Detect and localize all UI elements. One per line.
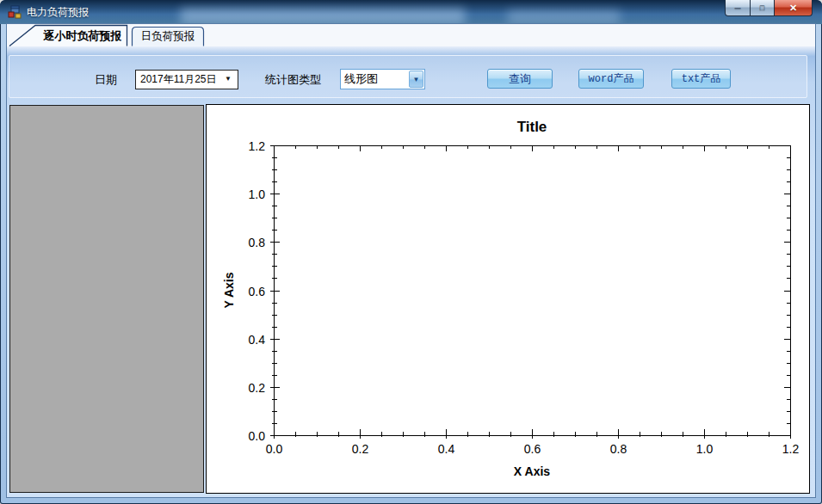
minimize-icon: ─ xyxy=(734,3,740,13)
tab-daily-forecast-label: 日负荷预报 xyxy=(141,30,195,42)
close-icon: ✕ xyxy=(789,3,797,14)
date-label: 日期 xyxy=(95,70,117,89)
svg-text:1.2: 1.2 xyxy=(249,139,266,153)
maximize-button[interactable]: □ xyxy=(751,0,775,16)
chart-type-dropdown-value: 线形图 xyxy=(344,71,378,87)
svg-text:0.8: 0.8 xyxy=(249,236,266,249)
tab-daily-forecast[interactable]: 日负荷预报 xyxy=(133,28,204,46)
dropdown-button[interactable]: ▼ xyxy=(409,71,423,88)
app-icon xyxy=(8,5,22,19)
close-button[interactable]: ✕ xyxy=(775,0,813,16)
date-dropdown-value: 2017年11月25日 xyxy=(140,72,217,87)
titlebar-gloss xyxy=(181,9,465,24)
app-window: 电力负荷预报 ─ □ ✕ 逐小时负荷预报 日负荷预报 xyxy=(0,0,822,504)
titlebar-gloss xyxy=(508,10,620,24)
svg-text:1.0: 1.0 xyxy=(696,442,714,456)
svg-text:Y Axis: Y Axis xyxy=(222,272,236,308)
svg-text:0.8: 0.8 xyxy=(610,442,627,456)
query-button[interactable]: 查询 xyxy=(487,69,553,89)
chevron-down-icon: ▼ xyxy=(413,76,420,83)
txt-export-button-label: txt产品 xyxy=(682,71,721,86)
svg-text:0.4: 0.4 xyxy=(438,442,455,456)
tab-strip: 逐小时负荷预报 日负荷预报 xyxy=(7,24,815,46)
tab-hourly-forecast[interactable]: 逐小时负荷预报 xyxy=(9,26,127,46)
caption-buttons: ─ □ ✕ xyxy=(725,0,813,16)
window-title: 电力负荷预报 xyxy=(27,5,89,20)
query-button-label: 查询 xyxy=(509,71,531,87)
empty-line-chart: 0.00.20.40.60.81.01.20.00.20.40.60.81.01… xyxy=(207,105,809,493)
chart-type-label: 统计图类型 xyxy=(265,70,321,89)
chart-panel: 0.00.20.40.60.81.01.20.00.20.40.60.81.01… xyxy=(206,104,810,494)
svg-text:0.4: 0.4 xyxy=(249,333,266,347)
minimize-button[interactable]: ─ xyxy=(725,0,751,16)
svg-text:0.6: 0.6 xyxy=(524,442,541,456)
svg-text:0.6: 0.6 xyxy=(249,285,266,298)
chart-type-dropdown[interactable]: 线形图 ▼ xyxy=(340,69,425,89)
title-bar[interactable]: 电力负荷预报 ─ □ ✕ xyxy=(0,0,822,24)
left-data-panel xyxy=(9,105,204,493)
svg-text:1.2: 1.2 xyxy=(782,442,800,456)
svg-text:0.0: 0.0 xyxy=(249,429,266,443)
date-dropdown[interactable]: 2017年11月25日 ▼ xyxy=(135,70,238,89)
maximize-icon: □ xyxy=(760,3,764,12)
word-export-button-label: word产品 xyxy=(589,71,634,86)
svg-text:0.0: 0.0 xyxy=(266,442,283,456)
svg-text:0.2: 0.2 xyxy=(352,442,369,456)
tab-hourly-forecast-label: 逐小时负荷预报 xyxy=(43,29,122,42)
word-export-button[interactable]: word产品 xyxy=(578,69,644,89)
client-area: 逐小时负荷预报 日负荷预报 日期 2017年11月25日 ▼ 统计图类型 线形图 xyxy=(7,24,815,497)
svg-text:1.0: 1.0 xyxy=(249,187,266,201)
chevron-down-icon: ▼ xyxy=(225,75,232,83)
txt-export-button[interactable]: txt产品 xyxy=(671,69,731,89)
svg-text:X Axis: X Axis xyxy=(514,464,550,478)
svg-text:Title: Title xyxy=(517,119,547,135)
tab-page-hourly: 日期 2017年11月25日 ▼ 统计图类型 线形图 ▼ 查询 word产品 t… xyxy=(7,46,815,497)
svg-text:0.2: 0.2 xyxy=(249,381,266,395)
